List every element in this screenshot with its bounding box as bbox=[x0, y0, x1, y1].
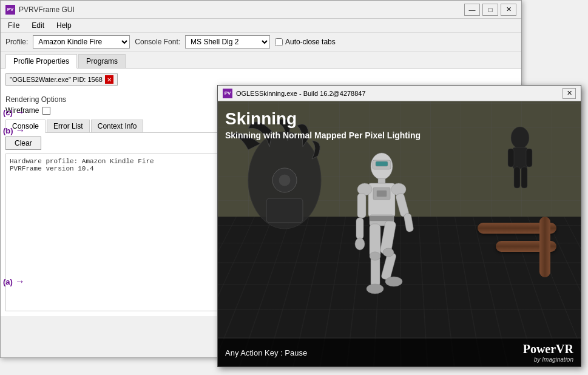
annotation-c-arrow bbox=[15, 107, 25, 118]
process-close-button[interactable]: ✕ bbox=[105, 75, 113, 84]
svg-rect-10 bbox=[377, 191, 387, 197]
skinning-overlay-title: Skinning bbox=[225, 109, 421, 129]
bottom-action-text: Any Action Key : Pause bbox=[225, 348, 307, 357]
menu-bar: File Edit Help bbox=[1, 19, 521, 33]
svg-rect-32 bbox=[514, 167, 520, 188]
skinning-window: PV OGLESSkinning.exe - Build 16.2@427884… bbox=[217, 85, 581, 367]
main-window-title: PVRVFrame GUI bbox=[19, 5, 75, 14]
profile-label: Profile: bbox=[5, 38, 28, 46]
character-svg bbox=[339, 148, 424, 330]
process-tag: "OGLES2Water.exe" PID: 1568 ✕ bbox=[5, 73, 118, 86]
wireframe-checkbox[interactable] bbox=[42, 107, 50, 115]
skinning-title-left: PV OGLESSkinning.exe - Build 16.2@427884… bbox=[223, 89, 366, 98]
skinning-title-bar: PV OGLESSkinning.exe - Build 16.2@427884… bbox=[218, 86, 581, 101]
skinning-close-button[interactable]: ✕ bbox=[563, 88, 576, 99]
auto-close-checkbox[interactable] bbox=[275, 38, 283, 46]
svg-point-15 bbox=[355, 238, 365, 250]
svg-point-2 bbox=[279, 174, 291, 186]
maximize-button[interactable]: □ bbox=[482, 4, 498, 16]
inner-tab-error-list[interactable]: Error List bbox=[47, 120, 90, 132]
annotation-b-arrow bbox=[16, 125, 25, 136]
svg-rect-3 bbox=[266, 198, 303, 223]
annotation-a: (a) bbox=[3, 276, 25, 287]
powervr-logo-text: PowerVR bbox=[523, 342, 573, 356]
annotation-a-label: (a) bbox=[3, 277, 13, 286]
tab-programs[interactable]: Programs bbox=[78, 54, 126, 68]
annotation-a-arrow bbox=[15, 276, 25, 287]
annotation-b: (b) bbox=[3, 125, 25, 136]
tab-profile-properties[interactable]: Profile Properties bbox=[5, 54, 77, 69]
annotation-c-label: (c) bbox=[3, 108, 13, 117]
pipe-vertical-1 bbox=[539, 217, 550, 277]
svg-point-21 bbox=[367, 284, 384, 294]
menu-help[interactable]: Help bbox=[52, 20, 76, 31]
powervr-sub-text: by Imagination bbox=[534, 356, 573, 363]
app-icon: PV bbox=[5, 5, 15, 15]
svg-rect-17 bbox=[404, 213, 414, 232]
svg-point-24 bbox=[385, 277, 402, 286]
skinning-overlay-subtitle: Skinning with Normal Mapped Per Pixel Li… bbox=[225, 130, 421, 140]
console-font-label: Console Font: bbox=[135, 38, 180, 46]
svg-rect-20 bbox=[371, 256, 380, 286]
console-font-select[interactable]: MS Shell Dlg 2 bbox=[185, 35, 270, 49]
skinning-window-title: OGLESSkinning.exe - Build 16.2@4278847 bbox=[236, 90, 366, 97]
svg-point-28 bbox=[511, 127, 529, 149]
svg-point-26 bbox=[370, 252, 380, 260]
auto-close-label: Auto-close tabs bbox=[275, 38, 336, 46]
title-bar: PV PVRVFrame GUI — □ ✕ bbox=[1, 1, 521, 19]
title-bar-left: PV PVRVFrame GUI bbox=[5, 5, 75, 15]
menu-file[interactable]: File bbox=[3, 20, 24, 31]
powervr-logo: PowerVR by Imagination bbox=[523, 342, 573, 363]
menu-edit[interactable]: Edit bbox=[27, 20, 49, 31]
svg-rect-33 bbox=[521, 167, 527, 188]
svg-rect-25 bbox=[370, 216, 394, 221]
annotation-b-label: (b) bbox=[3, 126, 13, 135]
svg-rect-14 bbox=[356, 218, 363, 239]
skinning-content: Skinning Skinning with Normal Mapped Per… bbox=[218, 101, 581, 367]
skinning-app-icon: PV bbox=[223, 89, 232, 98]
title-bar-controls: — □ ✕ bbox=[464, 4, 516, 16]
clear-button[interactable]: Clear bbox=[5, 137, 41, 150]
svg-point-12 bbox=[391, 183, 406, 195]
profile-select[interactable]: Amazon Kindle Fire bbox=[33, 35, 130, 49]
robot-right-svg bbox=[496, 126, 544, 198]
svg-rect-6 bbox=[376, 161, 388, 166]
overlay-text-top: Skinning Skinning with Normal Mapped Per… bbox=[225, 109, 421, 140]
svg-point-27 bbox=[383, 248, 394, 257]
svg-rect-30 bbox=[508, 149, 514, 167]
inner-tab-context-info[interactable]: Context Info bbox=[91, 120, 144, 132]
svg-rect-13 bbox=[357, 194, 366, 218]
close-button[interactable]: ✕ bbox=[501, 4, 516, 16]
svg-rect-31 bbox=[526, 149, 532, 167]
annotation-c: (c) bbox=[3, 107, 25, 118]
main-tabs-bar: Profile Properties Programs bbox=[1, 52, 521, 69]
process-tag-text: "OGLES2Water.exe" PID: 1568 bbox=[10, 76, 103, 83]
minimize-button[interactable]: — bbox=[464, 4, 480, 16]
overlay-bottom-bar: Any Action Key : Pause PowerVR by Imagin… bbox=[218, 339, 581, 367]
toolbar: Profile: Amazon Kindle Fire Console Font… bbox=[1, 33, 521, 52]
svg-rect-29 bbox=[513, 147, 527, 169]
